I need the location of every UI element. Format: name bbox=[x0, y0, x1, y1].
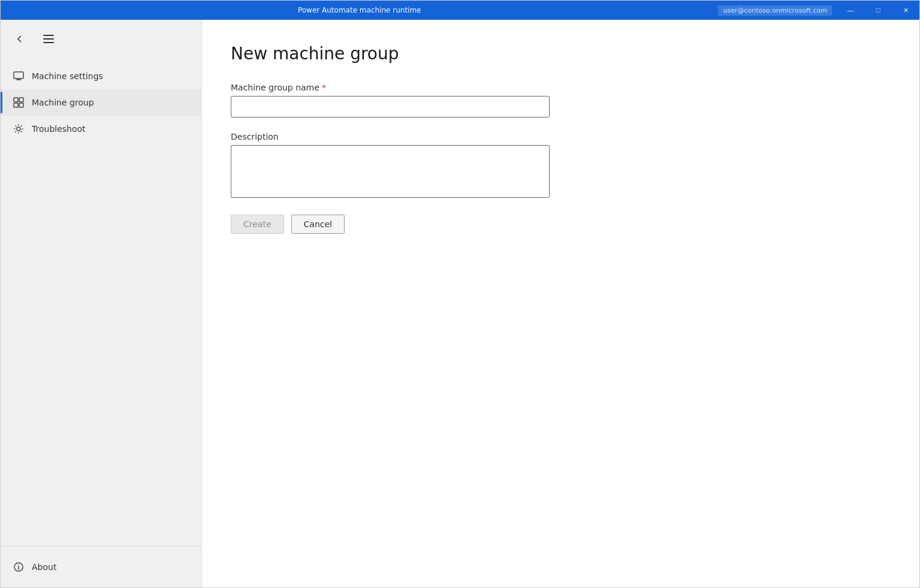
back-button[interactable] bbox=[10, 29, 29, 49]
sidebar-nav: Machine settings Machine group bbox=[1, 58, 201, 546]
sidebar-top bbox=[1, 20, 201, 58]
app-window: Power Automate machine runtime user@cont… bbox=[0, 0, 920, 588]
svg-rect-3 bbox=[14, 98, 18, 102]
form-buttons: Create Cancel bbox=[231, 215, 891, 234]
svg-rect-6 bbox=[19, 103, 23, 107]
name-label-text: Machine group name bbox=[231, 83, 319, 92]
troubleshoot-icon bbox=[13, 123, 25, 135]
window-controls: — □ ✕ bbox=[837, 1, 919, 20]
menu-button[interactable] bbox=[39, 29, 58, 49]
hamburger-line-3 bbox=[43, 42, 54, 43]
svg-point-7 bbox=[17, 127, 20, 131]
about-label: About bbox=[32, 562, 56, 572]
account-info: user@contoso.onmicrosoft.com bbox=[718, 5, 832, 16]
name-required-star: * bbox=[322, 83, 326, 92]
close-button[interactable]: ✕ bbox=[892, 1, 919, 20]
about-icon bbox=[13, 561, 25, 573]
sidebar-item-machine-settings[interactable]: Machine settings bbox=[1, 63, 201, 89]
machine-settings-icon bbox=[13, 70, 25, 82]
hamburger-line-2 bbox=[43, 38, 54, 40]
sidebar-item-troubleshoot[interactable]: Troubleshoot bbox=[1, 116, 201, 142]
app-title: Power Automate machine runtime bbox=[1, 6, 718, 14]
svg-rect-5 bbox=[14, 103, 18, 107]
minimize-button[interactable]: — bbox=[837, 1, 864, 20]
titlebar: Power Automate machine runtime user@cont… bbox=[1, 1, 919, 20]
machine-group-icon bbox=[13, 97, 25, 108]
content-area: New machine group Machine group name * D… bbox=[202, 20, 919, 587]
description-label-text: Description bbox=[231, 132, 279, 141]
name-label: Machine group name * bbox=[231, 83, 891, 92]
maximize-button[interactable]: □ bbox=[864, 1, 892, 20]
machine-settings-label: Machine settings bbox=[32, 71, 103, 81]
troubleshoot-label: Troubleshoot bbox=[32, 124, 86, 134]
description-input[interactable] bbox=[231, 145, 550, 198]
sidebar-item-about[interactable]: About bbox=[13, 556, 189, 578]
machine-group-name-input[interactable] bbox=[231, 96, 550, 117]
svg-rect-4 bbox=[19, 98, 23, 102]
page-title: New machine group bbox=[231, 44, 891, 64]
main-layout: Machine settings Machine group bbox=[1, 20, 919, 587]
name-form-group: Machine group name * bbox=[231, 83, 891, 117]
create-button[interactable]: Create bbox=[231, 215, 284, 234]
sidebar-bottom: About bbox=[1, 546, 201, 587]
hamburger-line-1 bbox=[43, 35, 54, 36]
description-form-group: Description bbox=[231, 132, 891, 200]
sidebar-item-machine-group[interactable]: Machine group bbox=[1, 89, 201, 116]
sidebar: Machine settings Machine group bbox=[1, 20, 202, 587]
cancel-button[interactable]: Cancel bbox=[291, 215, 345, 234]
description-label: Description bbox=[231, 132, 891, 141]
svg-point-10 bbox=[18, 565, 19, 566]
svg-rect-0 bbox=[14, 72, 23, 79]
machine-group-label: Machine group bbox=[32, 98, 94, 107]
